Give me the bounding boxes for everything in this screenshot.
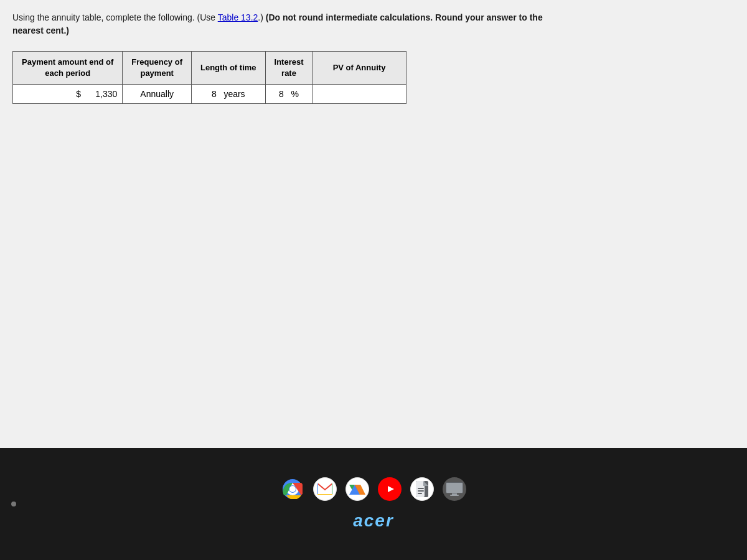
svg-rect-15 xyxy=(418,493,422,494)
instruction-paragraph: Using the annuity table, complete the fo… xyxy=(12,11,573,37)
svg-rect-17 xyxy=(446,483,463,493)
taskbar-icons xyxy=(281,477,466,501)
pv-annuity-cell[interactable] xyxy=(312,85,406,104)
acer-logo: acer xyxy=(353,511,394,531)
screen-content: Using the annuity table, complete the fo… xyxy=(0,0,747,448)
instruction-suffix: .) xyxy=(258,12,265,22)
drive-icon[interactable] xyxy=(345,477,369,501)
payment-amount-cell: $ 1,330 xyxy=(13,85,123,104)
header-payment: Payment amount end of each period xyxy=(13,52,123,85)
screen-icon[interactable] xyxy=(443,477,466,501)
header-interest: Interest rate xyxy=(265,52,312,85)
svg-rect-14 xyxy=(418,490,424,492)
payment-amount-value: 1,330 xyxy=(95,89,117,99)
header-length: Length of time xyxy=(191,52,265,85)
instruction-prefix: Using the annuity table, complete the fo… xyxy=(12,12,218,22)
pv-annuity-input[interactable] xyxy=(319,89,400,99)
taskbar-dot xyxy=(11,502,16,506)
files-icon[interactable] xyxy=(410,477,434,501)
taskbar: acer xyxy=(0,448,747,560)
interest-cell: 8 % xyxy=(265,85,312,104)
frequency-cell: Annually xyxy=(123,85,192,104)
svg-rect-19 xyxy=(450,495,459,496)
header-frequency: Frequency of payment xyxy=(123,52,192,85)
svg-point-3 xyxy=(289,486,296,492)
length-cell: 8 years xyxy=(191,85,265,104)
gmail-icon[interactable] xyxy=(313,477,337,501)
svg-rect-18 xyxy=(452,493,457,495)
annuity-table: Payment amount end of each period Freque… xyxy=(12,51,406,104)
header-pv: PV of Annuity xyxy=(312,52,406,85)
youtube-icon[interactable] xyxy=(378,477,402,501)
table-link[interactable]: Table 13.2 xyxy=(218,12,258,22)
svg-rect-13 xyxy=(418,488,424,489)
chrome-icon[interactable] xyxy=(281,477,304,501)
annuity-table-container: Payment amount end of each period Freque… xyxy=(12,51,735,104)
table-row: $ 1,330 Annually 8 years 8 xyxy=(13,85,406,104)
